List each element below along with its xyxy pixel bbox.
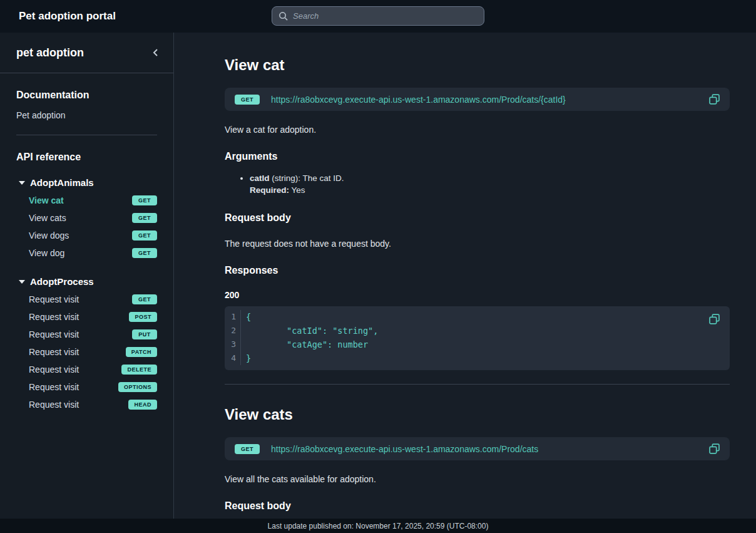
method-badge: GET — [235, 95, 260, 105]
documentation-heading: Documentation — [16, 90, 157, 101]
top-bar: Pet adoption portal — [0, 0, 756, 33]
sidebar-item-view-dogs[interactable]: View dogs GET — [16, 227, 157, 244]
sidebar-divider — [16, 135, 157, 135]
sidebar-item-request-visit-post[interactable]: Request visit POST — [16, 308, 157, 326]
method-badge: GET — [132, 248, 157, 258]
sidebar: pet adoption Documentation Pet adoption … — [0, 33, 174, 519]
request-body-text: The request does not have a request body… — [225, 239, 730, 249]
page: Pet adoption portal pet adoption Documen… — [0, 0, 756, 533]
argument-item: catId (string): The cat ID. Required: Ye… — [250, 172, 730, 196]
endpoint-url-link[interactable]: https://ra8obxcevg.execute-api.us-west-1… — [271, 444, 538, 454]
sidebar-collapse-button[interactable] — [151, 48, 161, 58]
method-badge: GET — [132, 213, 157, 223]
method-badge: POST — [129, 312, 157, 322]
response-code-block: 1 2 3 4 { "catId": "string", "catAge": n… — [225, 306, 730, 370]
copy-url-button[interactable] — [709, 94, 720, 105]
method-badge: GET — [235, 444, 260, 454]
method-badge: DELETE — [121, 365, 157, 375]
sidebar-item-request-visit-options[interactable]: Request visit OPTIONS — [16, 378, 157, 396]
operation-section-view-cat: View cat GET https://ra8obxcevg.execute-… — [225, 56, 730, 385]
method-badge: PATCH — [126, 347, 157, 357]
sidebar-item-request-visit-get[interactable]: Request visit GET — [16, 291, 157, 308]
copy-url-button[interactable] — [709, 443, 720, 454]
sidebar-group-adopt-animals[interactable]: AdoptAnimals — [16, 177, 157, 188]
code-content: { "catId": "string", "catAge": number } — [241, 310, 730, 365]
sidebar-title: pet adoption — [16, 46, 84, 60]
sidebar-item-view-cat[interactable]: View cat GET — [16, 192, 157, 209]
responses-heading: Responses — [225, 265, 730, 276]
api-reference-heading: API reference — [16, 152, 157, 163]
search-icon — [278, 11, 288, 21]
main-content: View cat GET https://ra8obxcevg.execute-… — [174, 33, 756, 519]
copy-icon — [709, 443, 720, 454]
sidebar-item-view-dog[interactable]: View dog GET — [16, 244, 157, 262]
method-badge: GET — [132, 195, 157, 205]
method-badge: OPTIONS — [118, 382, 157, 392]
operation-section-view-cats: View cats GET https://ra8obxcevg.execute… — [225, 406, 730, 519]
endpoint-bar: GET https://ra8obxcevg.execute-api.us-we… — [225, 437, 730, 460]
caret-down-icon — [19, 280, 25, 284]
search-input[interactable] — [293, 11, 478, 21]
sidebar-item-request-visit-patch[interactable]: Request visit PATCH — [16, 343, 157, 361]
method-badge: HEAD — [128, 400, 157, 410]
copy-icon — [709, 314, 720, 324]
response-status-code: 200 — [225, 290, 730, 300]
chevron-left-icon — [151, 48, 161, 58]
sidebar-item-request-visit-head[interactable]: Request visit HEAD — [16, 396, 157, 413]
sidebar-item-request-visit-put[interactable]: Request visit PUT — [16, 326, 157, 343]
sidebar-item-view-cats[interactable]: View cats GET — [16, 209, 157, 227]
last-update-text: Last update published on: November 17, 2… — [268, 522, 489, 530]
footer: Last update published on: November 17, 2… — [0, 519, 756, 533]
section-divider — [225, 384, 730, 385]
copy-icon — [709, 94, 720, 105]
copy-code-button[interactable] — [709, 314, 720, 324]
search-box[interactable] — [272, 6, 484, 26]
method-badge: GET — [132, 294, 157, 304]
arguments-list: catId (string): The cat ID. Required: Ye… — [225, 172, 730, 196]
method-badge: GET — [132, 230, 157, 241]
request-body-heading: Request body — [225, 500, 730, 512]
method-badge: PUT — [132, 329, 157, 339]
operation-description: View all the cats available for adoption… — [225, 474, 730, 484]
sidebar-item-request-visit-delete[interactable]: Request visit DELETE — [16, 361, 157, 378]
arguments-heading: Arguments — [225, 151, 730, 162]
page-title: View cats — [225, 406, 730, 423]
operation-description: View a cat for adoption. — [225, 125, 730, 135]
endpoint-url-link[interactable]: https://ra8obxcevg.execute-api.us-west-1… — [271, 95, 566, 105]
page-title: View cat — [225, 56, 730, 74]
sidebar-group-adopt-process[interactable]: AdoptProcess — [16, 276, 157, 287]
endpoint-bar: GET https://ra8obxcevg.execute-api.us-we… — [225, 88, 730, 111]
sidebar-header: pet adoption — [0, 33, 173, 73]
code-line-numbers: 1 2 3 4 — [225, 310, 241, 365]
request-body-heading: Request body — [225, 212, 730, 224]
sidebar-item-pet-adoption[interactable]: Pet adoption — [16, 110, 157, 120]
caret-down-icon — [19, 181, 25, 185]
app-title: Pet adoption portal — [19, 10, 116, 23]
